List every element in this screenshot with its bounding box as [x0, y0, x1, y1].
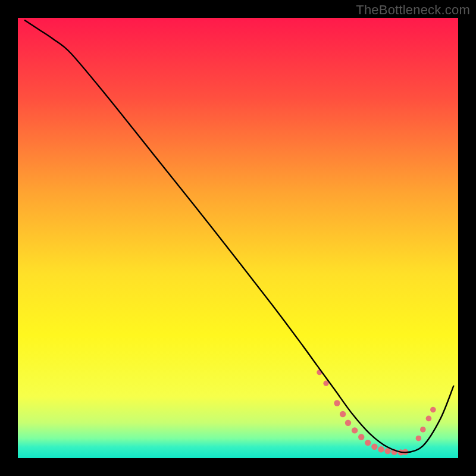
- flat-marker: [426, 416, 432, 422]
- flat-marker: [358, 434, 364, 440]
- watermark-text: TheBottleneck.com: [356, 2, 470, 18]
- plot-svg: [18, 18, 458, 458]
- flat-marker: [340, 411, 346, 417]
- flat-marker: [378, 446, 384, 452]
- flat-marker: [416, 436, 422, 441]
- plot-background: [18, 18, 458, 458]
- chart-frame: TheBottleneck.com: [0, 0, 476, 476]
- flat-marker: [352, 427, 358, 433]
- flat-marker: [345, 420, 351, 426]
- flat-marker: [430, 407, 436, 413]
- flat-marker: [365, 440, 371, 446]
- flat-marker: [371, 444, 377, 450]
- plot-area: [18, 18, 458, 458]
- flat-marker: [420, 427, 426, 433]
- flat-marker: [334, 400, 340, 406]
